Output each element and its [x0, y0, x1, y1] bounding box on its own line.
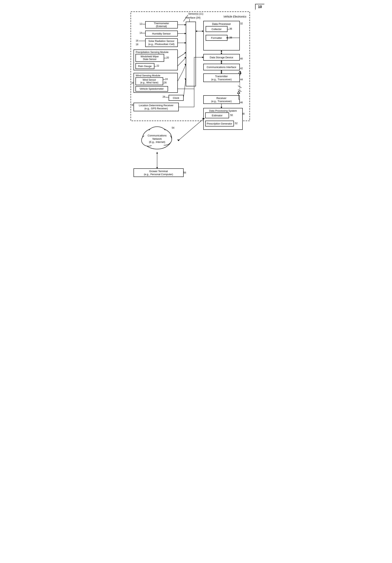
ref-50: 50 [230, 114, 233, 116]
rain-gauge-label: Rain Gauge [138, 65, 151, 68]
wiper-label2: State Sensor [143, 58, 156, 61]
svg-line-61 [179, 119, 204, 140]
ref-46: 46 [240, 101, 243, 104]
receive-antenna [237, 91, 240, 93]
sensors-label: Sensor(s) (11) [188, 13, 203, 15]
comms-network-label3: (E.g., Internet) [149, 141, 165, 143]
svg-line-31 [183, 78, 186, 98]
ref-56: 56 [183, 171, 186, 174]
grower-terminal-label2: (e.g., Personal Computer) [144, 173, 173, 176]
page: 10 Vehicle Electronics Sensor(s) (11) 12… [128, 4, 264, 208]
ref-16: 16 [136, 39, 138, 42]
transmitter-label2: (e.g., Transceiver) [211, 78, 232, 81]
ref-22: 22 [157, 64, 159, 67]
ref-38: 38 [229, 36, 232, 39]
svg-marker-66 [156, 152, 158, 154]
transmitter-label1: Transmitter [215, 75, 228, 78]
comms-network-cloud: Communications Network (E.g., Internet) [142, 127, 172, 149]
ref-36: 36 [229, 27, 232, 30]
wiper-label1: Windshield Wiper [141, 55, 159, 58]
thermometer-label: Thermometer [154, 22, 169, 25]
ref-18: 18 [136, 43, 138, 46]
precip-module-title: Precipitation Sensing Module [136, 51, 169, 54]
dps-title: Data Processing System [209, 109, 237, 112]
ref-24: 24 [165, 78, 168, 80]
thermometer-label2: (External) [156, 25, 167, 28]
wind-module-title: Wind Sensing Module [136, 74, 160, 77]
ref-26: 26 [164, 81, 167, 84]
comms-network-label2: Network [152, 137, 162, 140]
data-storage-label: Data Storage Device [210, 56, 233, 59]
comms-interface-label: Communications Interface [207, 66, 236, 69]
ref-32: 32 [240, 22, 243, 25]
svg-line-22 [178, 57, 186, 66]
receiver-label1: Receiver [216, 97, 226, 100]
ref-12: 12 [140, 23, 142, 25]
ref-52: 52 [235, 122, 238, 125]
wind-sensor-label2: (e.g., Wind Vane) [140, 81, 158, 84]
svg-line-25 [183, 64, 186, 72]
ref-14: 14 [140, 32, 142, 34]
estimator-label: Estimator [212, 114, 222, 117]
location-label1: Location Determining Receiver [139, 104, 173, 107]
svg-marker-62 [177, 140, 180, 141]
main-diagram: Vehicle Electronics Sensor(s) (11) 12 Th… [128, 4, 264, 208]
ref-25: 25 [131, 82, 134, 84]
location-label2: (e.g., GPS Receiver) [144, 107, 168, 110]
vehicle-electronics-label: Vehicle Electronics [223, 15, 246, 18]
humidity-label: Humidity Sensor [152, 32, 171, 35]
ref-40: 40 [240, 57, 243, 60]
ref-42: 42 [240, 67, 243, 70]
collector-label: Collector [211, 28, 222, 31]
dp-title: Data Processor [212, 22, 231, 26]
ref-28: 28 [163, 95, 165, 98]
grower-terminal-label1: Grower Terminal [149, 170, 168, 173]
wind-sensor-label1: Wind Sensor [143, 78, 156, 81]
speedometer-label: Vehicle Speedometer [140, 87, 164, 90]
ref-20: 20 [166, 56, 169, 59]
solar-label2: (e.g., Photovoltaic Cell) [148, 43, 174, 46]
ref-54: 54 [172, 127, 174, 129]
receiver-label2: (e.g., Transceiver) [211, 100, 232, 103]
fig-number: 10 [255, 4, 264, 10]
interface-label: Interface (34) [185, 16, 200, 19]
comms-network-label1: Communications [148, 134, 167, 137]
prescription-label: Prescription Generator [207, 122, 232, 125]
formatter-label: Formatter [211, 37, 222, 39]
svg-line-24 [178, 72, 183, 81]
clock-label: Clock [173, 96, 179, 99]
solar-label1: Solar Radiation Sensor [148, 39, 174, 42]
ref-44: 44 [240, 78, 243, 81]
